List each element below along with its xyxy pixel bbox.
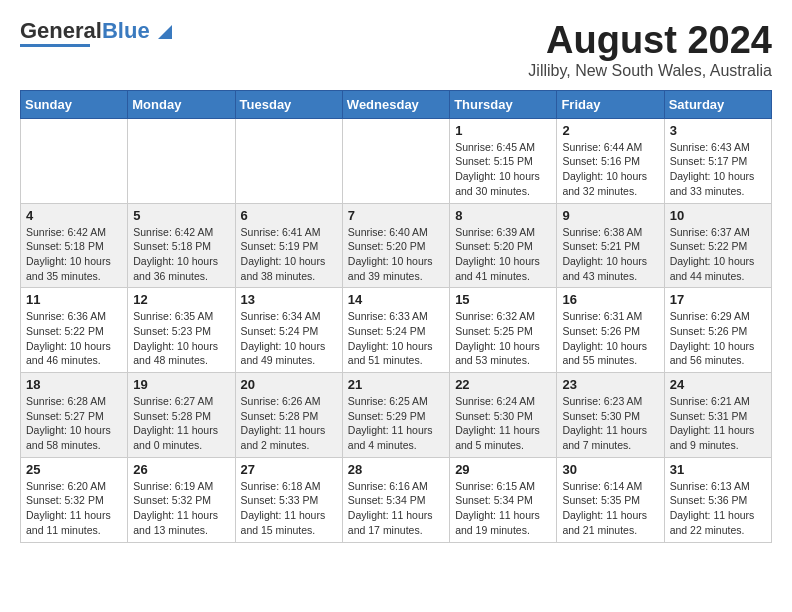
- calendar-cell: 19Sunrise: 6:27 AM Sunset: 5:28 PM Dayli…: [128, 373, 235, 458]
- day-info: Sunrise: 6:28 AM Sunset: 5:27 PM Dayligh…: [26, 394, 122, 453]
- day-header-wednesday: Wednesday: [342, 90, 449, 118]
- day-info: Sunrise: 6:38 AM Sunset: 5:21 PM Dayligh…: [562, 225, 658, 284]
- location-title: Jilliby, New South Wales, Australia: [528, 62, 772, 80]
- calendar-cell: 16Sunrise: 6:31 AM Sunset: 5:26 PM Dayli…: [557, 288, 664, 373]
- calendar-cell: 18Sunrise: 6:28 AM Sunset: 5:27 PM Dayli…: [21, 373, 128, 458]
- calendar-cell: 25Sunrise: 6:20 AM Sunset: 5:32 PM Dayli…: [21, 457, 128, 542]
- calendar-cell: 15Sunrise: 6:32 AM Sunset: 5:25 PM Dayli…: [450, 288, 557, 373]
- day-number: 17: [670, 292, 766, 307]
- day-info: Sunrise: 6:42 AM Sunset: 5:18 PM Dayligh…: [133, 225, 229, 284]
- calendar-cell: 12Sunrise: 6:35 AM Sunset: 5:23 PM Dayli…: [128, 288, 235, 373]
- logo: GeneralBlue: [20, 20, 172, 47]
- day-number: 26: [133, 462, 229, 477]
- month-title: August 2024: [528, 20, 772, 62]
- day-info: Sunrise: 6:44 AM Sunset: 5:16 PM Dayligh…: [562, 140, 658, 199]
- calendar-cell: 17Sunrise: 6:29 AM Sunset: 5:26 PM Dayli…: [664, 288, 771, 373]
- calendar-cell: 4Sunrise: 6:42 AM Sunset: 5:18 PM Daylig…: [21, 203, 128, 288]
- calendar-cell: 27Sunrise: 6:18 AM Sunset: 5:33 PM Dayli…: [235, 457, 342, 542]
- calendar-cell: [342, 118, 449, 203]
- day-header-friday: Friday: [557, 90, 664, 118]
- day-info: Sunrise: 6:23 AM Sunset: 5:30 PM Dayligh…: [562, 394, 658, 453]
- calendar-cell: 1Sunrise: 6:45 AM Sunset: 5:15 PM Daylig…: [450, 118, 557, 203]
- calendar-cell: 2Sunrise: 6:44 AM Sunset: 5:16 PM Daylig…: [557, 118, 664, 203]
- calendar-cell: 26Sunrise: 6:19 AM Sunset: 5:32 PM Dayli…: [128, 457, 235, 542]
- day-info: Sunrise: 6:29 AM Sunset: 5:26 PM Dayligh…: [670, 309, 766, 368]
- day-number: 20: [241, 377, 337, 392]
- calendar-cell: [21, 118, 128, 203]
- day-info: Sunrise: 6:31 AM Sunset: 5:26 PM Dayligh…: [562, 309, 658, 368]
- day-number: 25: [26, 462, 122, 477]
- calendar-cell: 6Sunrise: 6:41 AM Sunset: 5:19 PM Daylig…: [235, 203, 342, 288]
- calendar-cell: [128, 118, 235, 203]
- week-row-4: 18Sunrise: 6:28 AM Sunset: 5:27 PM Dayli…: [21, 373, 772, 458]
- day-number: 9: [562, 208, 658, 223]
- week-row-5: 25Sunrise: 6:20 AM Sunset: 5:32 PM Dayli…: [21, 457, 772, 542]
- day-header-sunday: Sunday: [21, 90, 128, 118]
- day-info: Sunrise: 6:16 AM Sunset: 5:34 PM Dayligh…: [348, 479, 444, 538]
- calendar-table: SundayMondayTuesdayWednesdayThursdayFrid…: [20, 90, 772, 543]
- day-number: 21: [348, 377, 444, 392]
- day-header-thursday: Thursday: [450, 90, 557, 118]
- day-info: Sunrise: 6:41 AM Sunset: 5:19 PM Dayligh…: [241, 225, 337, 284]
- day-number: 15: [455, 292, 551, 307]
- day-info: Sunrise: 6:20 AM Sunset: 5:32 PM Dayligh…: [26, 479, 122, 538]
- title-area: August 2024 Jilliby, New South Wales, Au…: [528, 20, 772, 80]
- calendar-cell: 7Sunrise: 6:40 AM Sunset: 5:20 PM Daylig…: [342, 203, 449, 288]
- svg-marker-0: [158, 25, 172, 39]
- day-number: 16: [562, 292, 658, 307]
- week-row-1: 1Sunrise: 6:45 AM Sunset: 5:15 PM Daylig…: [21, 118, 772, 203]
- day-number: 4: [26, 208, 122, 223]
- day-number: 14: [348, 292, 444, 307]
- day-info: Sunrise: 6:24 AM Sunset: 5:30 PM Dayligh…: [455, 394, 551, 453]
- day-number: 29: [455, 462, 551, 477]
- day-info: Sunrise: 6:36 AM Sunset: 5:22 PM Dayligh…: [26, 309, 122, 368]
- calendar-cell: 30Sunrise: 6:14 AM Sunset: 5:35 PM Dayli…: [557, 457, 664, 542]
- day-number: 11: [26, 292, 122, 307]
- calendar-cell: 8Sunrise: 6:39 AM Sunset: 5:20 PM Daylig…: [450, 203, 557, 288]
- day-header-monday: Monday: [128, 90, 235, 118]
- day-info: Sunrise: 6:25 AM Sunset: 5:29 PM Dayligh…: [348, 394, 444, 453]
- logo-text: GeneralBlue: [20, 20, 172, 42]
- logo-icon: [158, 25, 172, 39]
- day-info: Sunrise: 6:43 AM Sunset: 5:17 PM Dayligh…: [670, 140, 766, 199]
- day-number: 24: [670, 377, 766, 392]
- calendar-cell: 21Sunrise: 6:25 AM Sunset: 5:29 PM Dayli…: [342, 373, 449, 458]
- day-info: Sunrise: 6:32 AM Sunset: 5:25 PM Dayligh…: [455, 309, 551, 368]
- day-number: 1: [455, 123, 551, 138]
- day-info: Sunrise: 6:45 AM Sunset: 5:15 PM Dayligh…: [455, 140, 551, 199]
- calendar-cell: 28Sunrise: 6:16 AM Sunset: 5:34 PM Dayli…: [342, 457, 449, 542]
- day-info: Sunrise: 6:19 AM Sunset: 5:32 PM Dayligh…: [133, 479, 229, 538]
- day-number: 12: [133, 292, 229, 307]
- calendar-cell: 20Sunrise: 6:26 AM Sunset: 5:28 PM Dayli…: [235, 373, 342, 458]
- calendar-cell: 14Sunrise: 6:33 AM Sunset: 5:24 PM Dayli…: [342, 288, 449, 373]
- day-number: 7: [348, 208, 444, 223]
- day-number: 2: [562, 123, 658, 138]
- calendar-cell: 24Sunrise: 6:21 AM Sunset: 5:31 PM Dayli…: [664, 373, 771, 458]
- day-info: Sunrise: 6:35 AM Sunset: 5:23 PM Dayligh…: [133, 309, 229, 368]
- day-info: Sunrise: 6:18 AM Sunset: 5:33 PM Dayligh…: [241, 479, 337, 538]
- calendar-cell: 29Sunrise: 6:15 AM Sunset: 5:34 PM Dayli…: [450, 457, 557, 542]
- week-row-2: 4Sunrise: 6:42 AM Sunset: 5:18 PM Daylig…: [21, 203, 772, 288]
- calendar-cell: 13Sunrise: 6:34 AM Sunset: 5:24 PM Dayli…: [235, 288, 342, 373]
- day-header-saturday: Saturday: [664, 90, 771, 118]
- day-number: 19: [133, 377, 229, 392]
- day-number: 22: [455, 377, 551, 392]
- day-number: 27: [241, 462, 337, 477]
- days-header-row: SundayMondayTuesdayWednesdayThursdayFrid…: [21, 90, 772, 118]
- day-info: Sunrise: 6:13 AM Sunset: 5:36 PM Dayligh…: [670, 479, 766, 538]
- calendar-cell: 3Sunrise: 6:43 AM Sunset: 5:17 PM Daylig…: [664, 118, 771, 203]
- day-number: 3: [670, 123, 766, 138]
- day-info: Sunrise: 6:27 AM Sunset: 5:28 PM Dayligh…: [133, 394, 229, 453]
- day-info: Sunrise: 6:34 AM Sunset: 5:24 PM Dayligh…: [241, 309, 337, 368]
- page-header: GeneralBlue August 2024 Jilliby, New Sou…: [20, 20, 772, 80]
- day-info: Sunrise: 6:15 AM Sunset: 5:34 PM Dayligh…: [455, 479, 551, 538]
- calendar-cell: 11Sunrise: 6:36 AM Sunset: 5:22 PM Dayli…: [21, 288, 128, 373]
- day-number: 28: [348, 462, 444, 477]
- week-row-3: 11Sunrise: 6:36 AM Sunset: 5:22 PM Dayli…: [21, 288, 772, 373]
- calendar-cell: 23Sunrise: 6:23 AM Sunset: 5:30 PM Dayli…: [557, 373, 664, 458]
- day-number: 18: [26, 377, 122, 392]
- day-number: 30: [562, 462, 658, 477]
- day-info: Sunrise: 6:37 AM Sunset: 5:22 PM Dayligh…: [670, 225, 766, 284]
- calendar-cell: 22Sunrise: 6:24 AM Sunset: 5:30 PM Dayli…: [450, 373, 557, 458]
- day-info: Sunrise: 6:39 AM Sunset: 5:20 PM Dayligh…: [455, 225, 551, 284]
